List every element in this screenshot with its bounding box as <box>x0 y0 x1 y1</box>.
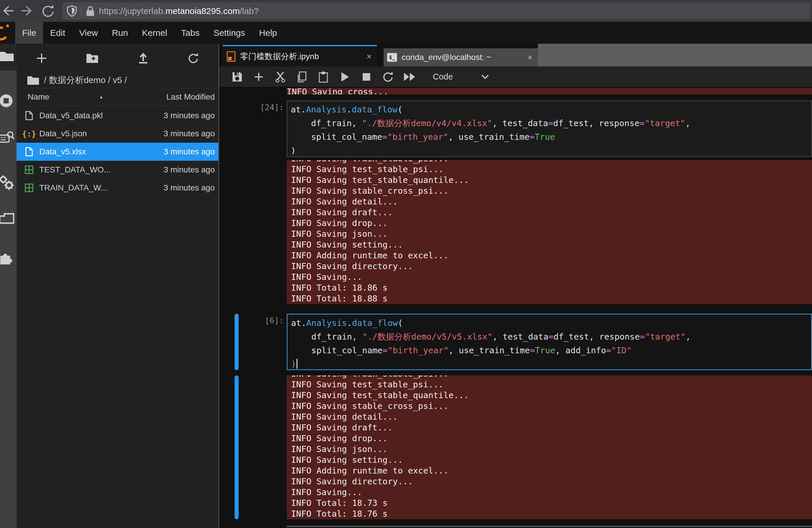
menu-view[interactable]: View <box>72 22 105 44</box>
cell24-input[interactable]: at.Analysis.data_flow( df_train, "./数据分析… <box>287 100 812 157</box>
output-line: INFO Saving directory... <box>291 476 812 487</box>
cell24-output[interactable]: INFO Saving train_stable_psi... INFO Sav… <box>287 160 812 304</box>
code-line: ) <box>291 144 811 158</box>
menu-edit[interactable]: Edit <box>43 22 72 44</box>
tab-bar-filler <box>538 44 812 67</box>
code-line: split_col_name="birth_year", use_train_t… <box>291 344 811 357</box>
tab-notebook[interactable]: 零门槛数据分析.ipynb × <box>223 45 377 67</box>
command-inspector-icon[interactable] <box>0 131 14 144</box>
file-modified: 3 minutes ago <box>163 129 215 138</box>
file-list: Data_v5_data.pkl 3 minutes ago {:} Data_… <box>17 106 218 197</box>
close-icon[interactable]: × <box>527 53 533 62</box>
file-name: TRAIN_DATA_W... <box>39 183 107 192</box>
upload-button[interactable] <box>137 53 149 64</box>
property-inspector-icon[interactable] <box>0 175 14 188</box>
menu-run[interactable]: Run <box>105 22 135 44</box>
file-modified: 3 minutes ago <box>163 147 215 156</box>
cell24-prompt: [24]: <box>231 103 284 112</box>
menu-settings[interactable]: Settings <box>207 22 252 44</box>
cut-cells-button[interactable] <box>274 70 287 83</box>
column-header-modified[interactable]: Last Modified <box>166 92 215 102</box>
file-name: TEST_DATA_WO... <box>39 165 111 174</box>
save-button[interactable] <box>231 70 244 83</box>
running-kernels-icon[interactable] <box>0 94 14 106</box>
output-line: INFO Saving detail... <box>291 196 812 207</box>
file-row-xlsx-selected[interactable]: Data_v5.xlsx 3 minutes ago <box>17 143 218 161</box>
stop-button[interactable] <box>360 70 373 83</box>
next-cell-edge <box>287 527 812 528</box>
column-separator[interactable] <box>120 88 120 106</box>
workspace: / 数据分析demo / v5 / Name ▲ Last Modified D… <box>0 44 812 528</box>
copy-cells-button[interactable] <box>295 70 308 83</box>
menu-tabs[interactable]: Tabs <box>174 22 206 44</box>
reload-icon <box>41 4 55 17</box>
url-text[interactable]: https://jupyterlab.metanoia8295.com/lab? <box>99 6 259 16</box>
file-row-test-data[interactable]: TEST_DATA_WO... 3 minutes ago <box>17 161 218 179</box>
breadcrumb-path[interactable]: / 数据分析demo / v5 / <box>44 74 127 86</box>
file-name: Data_v5_data.pkl <box>39 111 103 120</box>
menu-items: File Edit View Run Kernel Tabs Settings … <box>15 22 284 44</box>
cell-type-select[interactable]: Code <box>433 72 453 82</box>
tab-terminal[interactable]: $_ conda_env@localhost: ~ × <box>383 48 538 67</box>
file-row-json[interactable]: {:} Data_v5.json 3 minutes ago <box>17 125 218 143</box>
cell6-input[interactable]: at.Analysis.data_flow( df_train, "./数据分析… <box>287 314 812 370</box>
menu-help[interactable]: Help <box>252 22 284 44</box>
browser-reload-button[interactable] <box>41 3 55 18</box>
column-header-name[interactable]: Name <box>28 92 49 102</box>
output-line: INFO Saving setting... <box>291 455 812 466</box>
browser-back-button[interactable] <box>1 3 15 18</box>
back-arrow-icon <box>1 4 15 17</box>
clipped-output-line: INFO Saving train_stable_psi... <box>291 375 812 379</box>
output-line: INFO Saving stable_cross_psi... <box>291 401 812 412</box>
chevron-down-icon[interactable] <box>481 74 490 80</box>
file-row-train-data[interactable]: TRAIN_DATA_W... 3 minutes ago <box>17 179 218 197</box>
file-browser-toolbar <box>17 46 218 70</box>
run-button[interactable] <box>338 70 351 83</box>
spreadsheet-icon <box>24 184 34 192</box>
output-line: INFO Total: 18.76 s <box>291 509 812 519</box>
shield-icon[interactable] <box>67 5 77 17</box>
folder-icon[interactable] <box>27 75 39 85</box>
terminal-icon: $_ <box>387 53 397 62</box>
active-output-collapser[interactable] <box>235 375 238 519</box>
jupyterlab-menu-bar: File Edit View Run Kernel Tabs Settings … <box>0 22 812 44</box>
code-line: df_train, "./数据分析demo/v5/v5.xlsx", test_… <box>291 330 811 344</box>
output-line: INFO Saving... <box>291 272 812 283</box>
dock-tab-bar: 零门槛数据分析.ipynb × $_ conda_env@localhost: … <box>219 44 812 67</box>
notebook-scroll-area[interactable]: INFO Saving cross... [24]: at.Analysis.d… <box>219 88 812 528</box>
output-line: INFO Saving... <box>291 487 812 498</box>
lock-icon[interactable] <box>86 5 95 17</box>
breadcrumb[interactable]: / 数据分析demo / v5 / <box>17 72 218 88</box>
menu-kernel[interactable]: Kernel <box>135 22 174 44</box>
code-line: df_train, "./数据分析demo/v4/v4.xlsx", test_… <box>291 116 811 130</box>
restart-kernel-button[interactable] <box>381 70 394 83</box>
file-row-pkl[interactable]: Data_v5_data.pkl 3 minutes ago <box>17 106 218 125</box>
output-line: INFO Adding runtime to excel... <box>291 250 812 261</box>
paste-cells-button[interactable] <box>317 70 330 83</box>
close-icon[interactable]: × <box>366 52 372 61</box>
menu-file[interactable]: File <box>15 22 43 44</box>
text-cursor <box>296 359 298 369</box>
add-cell-button[interactable] <box>252 70 265 83</box>
new-folder-button[interactable] <box>86 53 99 64</box>
output-line: INFO Saving detail... <box>291 412 812 422</box>
open-tabs-icon[interactable] <box>0 213 14 225</box>
new-launcher-button[interactable] <box>36 53 47 64</box>
output-line: INFO Saving test_stable_psi... <box>291 379 812 390</box>
restart-run-all-button[interactable] <box>403 70 416 83</box>
activity-bar <box>0 44 17 528</box>
sort-ascending-icon[interactable]: ▲ <box>99 94 104 100</box>
code-line: at.Analysis.data_flow( <box>291 103 811 116</box>
output-line: INFO Saving draft... <box>291 207 812 218</box>
output-line: INFO Saving drop... <box>291 218 812 229</box>
cell6-output[interactable]: INFO Saving train_stable_psi... INFO Sav… <box>287 375 812 519</box>
url-bar[interactable]: https://jupyterlab.metanoia8295.com/lab? <box>62 2 810 19</box>
refresh-file-list-button[interactable] <box>187 53 199 64</box>
file-modified: 3 minutes ago <box>163 111 215 120</box>
extensions-icon[interactable] <box>0 251 14 264</box>
output-line: INFO Saving directory... <box>291 261 812 272</box>
browser-forward-button[interactable] <box>20 3 34 18</box>
clipped-previous-output: INFO Saving cross... <box>287 88 812 94</box>
tab-notebook-label: 零门槛数据分析.ipynb <box>240 51 319 62</box>
file-browser-icon[interactable] <box>0 50 14 63</box>
